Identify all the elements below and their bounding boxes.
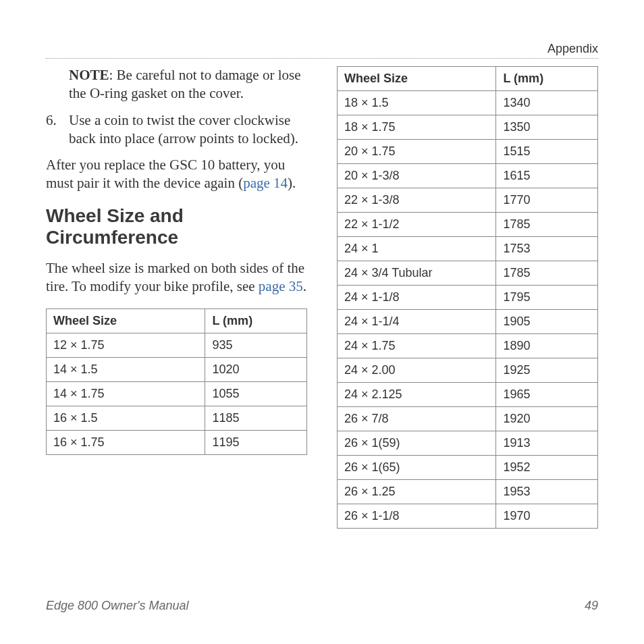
table-row: 24 × 1-1/41905 bbox=[338, 310, 598, 334]
table-row: 16 × 1.751195 bbox=[47, 430, 307, 454]
table-row: 14 × 1.51020 bbox=[47, 357, 307, 381]
cell-size: 24 × 1-1/4 bbox=[338, 310, 496, 334]
table-row: 26 × 1(65)1952 bbox=[338, 456, 598, 480]
intro-paragraph: The wheel size is marked on both sides o… bbox=[46, 259, 307, 296]
cell-l: 1340 bbox=[496, 91, 598, 115]
table-row: 26 × 1-1/81970 bbox=[338, 504, 598, 529]
header-section: Appendix bbox=[547, 42, 598, 56]
cell-size: 20 × 1.75 bbox=[338, 140, 496, 164]
page-35-link[interactable]: page 35 bbox=[259, 278, 303, 294]
section-heading: Wheel Size and Circumference bbox=[46, 205, 307, 248]
cell-size: 14 × 1.5 bbox=[47, 357, 205, 381]
cell-size: 20 × 1-3/8 bbox=[338, 164, 496, 188]
table-row: 24 × 1-1/81795 bbox=[338, 286, 598, 310]
wheel-size-table-left: Wheel Size L (mm) 12 × 1.75935 14 × 1.51… bbox=[46, 308, 307, 455]
cell-l: 1925 bbox=[496, 358, 598, 383]
cell-l: 1913 bbox=[496, 431, 598, 456]
footer: Edge 800 Owner's Manual 49 bbox=[46, 599, 598, 613]
list-text: Use a coin to twist the cover clockwise … bbox=[69, 111, 307, 149]
cell-size: 26 × 1-1/8 bbox=[338, 504, 496, 529]
cell-size: 26 × 1.25 bbox=[338, 480, 496, 504]
col-header-wheel-size: Wheel Size bbox=[47, 308, 205, 333]
footer-page-number: 49 bbox=[585, 599, 598, 613]
cell-l: 1952 bbox=[496, 456, 598, 480]
table-row: 24 × 1.751890 bbox=[338, 334, 598, 358]
table-row: 24 × 2.1251965 bbox=[338, 383, 598, 407]
cell-size: 24 × 1-1/8 bbox=[338, 286, 496, 310]
right-column: Wheel Size L (mm) 18 × 1.51340 18 × 1.75… bbox=[337, 66, 598, 529]
page: Appendix NOTE: Be careful not to damage … bbox=[0, 0, 644, 644]
cell-size: 22 × 1-3/8 bbox=[338, 188, 496, 213]
cell-size: 26 × 7/8 bbox=[338, 407, 496, 431]
cell-size: 14 × 1.75 bbox=[47, 381, 205, 406]
table-row: 20 × 1.751515 bbox=[338, 140, 598, 164]
cell-size: 16 × 1.5 bbox=[47, 406, 205, 430]
left-column: NOTE: Be careful not to damage or lose t… bbox=[46, 66, 307, 529]
cell-l: 1890 bbox=[496, 334, 598, 358]
para-after: ). bbox=[288, 175, 296, 191]
table-row: 26 × 1.251953 bbox=[338, 480, 598, 504]
cell-l: 1020 bbox=[205, 357, 307, 381]
table-row: 12 × 1.75935 bbox=[47, 333, 307, 357]
table-row: 24 × 2.001925 bbox=[338, 358, 598, 383]
col-header-wheel-size: Wheel Size bbox=[338, 67, 496, 91]
cell-size: 24 × 1 bbox=[338, 237, 496, 261]
cell-size: 26 × 1(59) bbox=[338, 431, 496, 456]
header-divider bbox=[46, 58, 598, 59]
cell-l: 1953 bbox=[496, 480, 598, 504]
cell-size: 18 × 1.5 bbox=[338, 91, 496, 115]
col-header-l-mm: L (mm) bbox=[496, 67, 598, 91]
cell-size: 24 × 1.75 bbox=[338, 334, 496, 358]
cell-l: 1920 bbox=[496, 407, 598, 431]
cell-l: 1055 bbox=[205, 381, 307, 406]
table-row: 16 × 1.51185 bbox=[47, 406, 307, 430]
table-row: 26 × 1(59)1913 bbox=[338, 431, 598, 456]
cell-l: 1965 bbox=[496, 383, 598, 407]
cell-size: 16 × 1.75 bbox=[47, 430, 205, 454]
table-row: 20 × 1-3/81615 bbox=[338, 164, 598, 188]
table-row: 14 × 1.751055 bbox=[47, 381, 307, 406]
cell-size: 26 × 1(65) bbox=[338, 456, 496, 480]
cell-size: 24 × 2.125 bbox=[338, 383, 496, 407]
cell-l: 1753 bbox=[496, 237, 598, 261]
pair-paragraph: After you replace the GSC 10 battery, yo… bbox=[46, 156, 307, 193]
table-row: 24 × 11753 bbox=[338, 237, 598, 261]
table-row: 22 × 1-1/21785 bbox=[338, 213, 598, 237]
list-number: 6. bbox=[46, 111, 69, 149]
table-row: 22 × 1-3/81770 bbox=[338, 188, 598, 213]
table-row: 26 × 7/81920 bbox=[338, 407, 598, 431]
content-columns: NOTE: Be careful not to damage or lose t… bbox=[46, 66, 598, 529]
cell-l: 1615 bbox=[496, 164, 598, 188]
cell-size: 12 × 1.75 bbox=[47, 333, 205, 357]
table-row: 24 × 3/4 Tubular1785 bbox=[338, 261, 598, 286]
cell-size: 24 × 3/4 Tubular bbox=[338, 261, 496, 286]
page-14-link[interactable]: page 14 bbox=[243, 175, 288, 191]
cell-l: 935 bbox=[205, 333, 307, 357]
cell-l: 1795 bbox=[496, 286, 598, 310]
footer-title: Edge 800 Owner's Manual bbox=[46, 599, 189, 613]
wheel-size-table-right: Wheel Size L (mm) 18 × 1.51340 18 × 1.75… bbox=[337, 66, 598, 529]
intro-after: . bbox=[303, 278, 306, 294]
cell-l: 1970 bbox=[496, 504, 598, 529]
cell-size: 24 × 2.00 bbox=[338, 358, 496, 383]
cell-size: 18 × 1.75 bbox=[338, 115, 496, 140]
cell-l: 1515 bbox=[496, 140, 598, 164]
cell-l: 1185 bbox=[205, 406, 307, 430]
table-header-row: Wheel Size L (mm) bbox=[338, 67, 598, 91]
cell-l: 1785 bbox=[496, 213, 598, 237]
cell-l: 1905 bbox=[496, 310, 598, 334]
note-label: NOTE bbox=[69, 67, 109, 83]
table-row: 18 × 1.751350 bbox=[338, 115, 598, 140]
note-paragraph: NOTE: Be careful not to damage or lose t… bbox=[69, 66, 307, 103]
cell-size: 22 × 1-1/2 bbox=[338, 213, 496, 237]
table-header-row: Wheel Size L (mm) bbox=[47, 308, 307, 333]
table-row: 18 × 1.51340 bbox=[338, 91, 598, 115]
list-item-6: 6. Use a coin to twist the cover clockwi… bbox=[46, 111, 307, 149]
col-header-l-mm: L (mm) bbox=[205, 308, 307, 333]
cell-l: 1785 bbox=[496, 261, 598, 286]
cell-l: 1195 bbox=[205, 430, 307, 454]
cell-l: 1350 bbox=[496, 115, 598, 140]
cell-l: 1770 bbox=[496, 188, 598, 213]
